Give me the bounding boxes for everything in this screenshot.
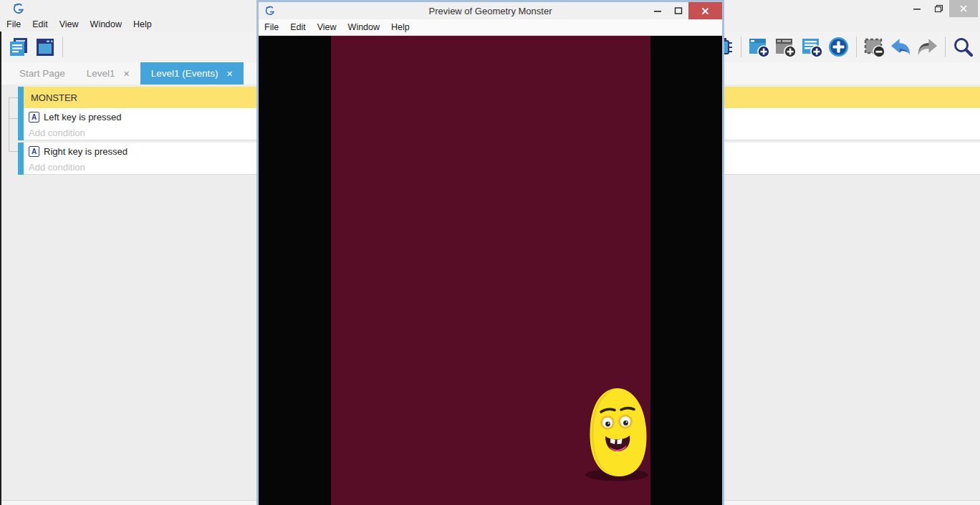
menu-edit[interactable]: Edit [284,22,312,32]
toolbar-separator [945,37,946,57]
group-label: MONSTER [31,92,77,103]
tab-close-icon[interactable]: × [124,68,130,80]
redo-icon[interactable] [916,35,939,59]
menu-help[interactable]: Help [385,22,415,32]
minimize-icon[interactable] [906,0,928,17]
toolbar-separator [856,37,857,57]
close-icon[interactable] [688,2,722,19]
tab-start-page[interactable]: Start Page [9,62,76,85]
menu-file[interactable]: File [1,19,27,29]
delete-event-icon[interactable] [863,35,886,59]
tab-level1-events[interactable]: Level1 (Events) × [140,62,244,85]
preview-titlebar[interactable]: Preview of Geometry Monster [259,2,722,19]
project-manager-icon[interactable] [6,35,30,59]
add-condition-label: Add condition [29,128,85,138]
tree-column [0,143,18,175]
restore-icon[interactable] [928,0,949,17]
gdevelop-logo-icon [12,3,25,14]
condition-label: Right key is pressed [44,146,128,157]
event-drag-handle[interactable] [18,143,24,175]
tree-column [0,87,18,108]
tab-level1[interactable]: Level1 × [76,62,140,85]
toolbar-separator [62,37,63,57]
add-plus-icon[interactable] [827,35,850,59]
keyboard-key-icon: A [29,112,39,122]
toolbar-left-group [0,35,67,59]
tab-label: Start Page [19,68,65,79]
preview-menubar: File Edit View Window Help [259,19,722,36]
menu-window[interactable]: Window [85,19,128,29]
tab-label: Level1 (Events) [151,68,218,79]
toolbar-separator [741,37,741,57]
add-subevent-icon[interactable] [774,35,797,59]
close-icon[interactable] [949,0,978,17]
undo-icon[interactable] [889,35,913,59]
menu-edit[interactable]: Edit [27,19,54,29]
search-icon[interactable] [951,35,975,59]
add-event-icon[interactable] [747,35,771,59]
yellow-monster-sprite [584,385,651,481]
preview-window[interactable]: Preview of Geometry Monster File Edit Vi… [256,0,724,505]
menu-window[interactable]: Window [342,22,385,32]
minimize-icon[interactable] [647,2,668,19]
menu-view[interactable]: View [54,19,85,29]
preview-window-controls [647,2,722,19]
event-drag-handle[interactable] [18,108,24,140]
add-comment-icon[interactable] [800,35,824,59]
scene-editor-icon[interactable] [33,35,57,59]
menu-help[interactable]: Help [128,19,158,29]
menu-file[interactable]: File [259,22,284,32]
add-condition-label: Add condition [29,162,85,173]
maximize-icon[interactable] [668,2,688,19]
toolbar-right-group [710,32,976,62]
panel-left-border [0,32,1,505]
tab-label: Level1 [87,68,115,79]
menu-view[interactable]: View [312,22,342,32]
event-drag-handle[interactable] [18,87,24,108]
tab-close-icon[interactable]: × [227,68,233,80]
main-window-controls [906,0,978,17]
keyboard-key-icon: A [29,146,39,157]
tree-column [0,108,18,140]
game-viewport[interactable] [259,36,722,505]
condition-label: Left key is pressed [44,112,121,122]
